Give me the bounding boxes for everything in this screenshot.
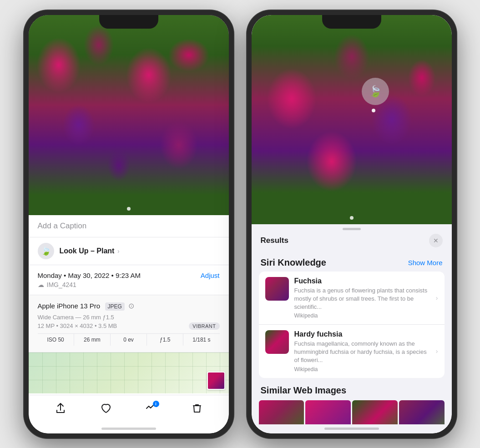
- exif-row: ISO 50 26 mm 0 ev ƒ1.5 1/181 s: [38, 333, 220, 346]
- similar-image-1[interactable]: [259, 400, 304, 424]
- meta-filename: ☁ IMG_4241: [38, 281, 220, 288]
- fuchsia-name: Fuchsia: [294, 277, 430, 285]
- favorite-button[interactable]: [100, 403, 112, 417]
- location-icon: ⊙: [128, 302, 134, 310]
- device-name: Apple iPhone 13 Pro: [38, 302, 101, 310]
- exif-ev: 0 ev: [111, 334, 147, 346]
- info-button[interactable]: i: [146, 403, 157, 417]
- mp-text: 12 MP • 3024 × 4032 • 3.5 MB: [38, 322, 117, 329]
- home-indicator-2: [252, 424, 452, 433]
- mute-button-2[interactable]: [247, 74, 248, 90]
- similar-image-3[interactable]: [352, 400, 398, 424]
- mp-row: 12 MP • 3024 × 4032 • 3.5 MB VIBRANT: [38, 322, 220, 330]
- phone-1-screen: Add a Caption 🍃 Look Up – Plant ›: [29, 15, 229, 433]
- chevron-right-icon: ›: [117, 247, 120, 255]
- hardy-fuchsia-text: Hardy fuchsia Fuchsia magellanica, commo…: [294, 330, 430, 372]
- flower-image-2: [252, 15, 452, 224]
- lookup-label: Look Up –: [60, 247, 95, 255]
- hardy-fuchsia-name: Hardy fuchsia: [294, 330, 430, 338]
- home-bar: [101, 428, 156, 430]
- lens-info: Wide Camera — 26 mm ƒ1.5: [38, 314, 220, 321]
- siri-knowledge-header: Siri Knowledge Show More: [252, 253, 452, 272]
- siri-knowledge-title: Siri Knowledge: [261, 257, 326, 268]
- hardy-fuchsia-source: Wikipedia: [294, 366, 430, 372]
- home-indicator: [29, 424, 229, 433]
- meta-section: Monday • May 30, 2022 • 9:23 AM Adjust ☁…: [29, 265, 229, 295]
- meta-row: Monday • May 30, 2022 • 9:23 AM Adjust: [38, 272, 220, 279]
- flower-image: [29, 15, 229, 215]
- map-area[interactable]: [29, 352, 229, 393]
- hardy-fuchsia-description: Fuchsia magellanica, commonly known as t…: [294, 340, 430, 365]
- results-panel: Results ✕ Siri Knowledge Show More: [252, 224, 452, 424]
- photo-date: Monday • May 30, 2022 • 9:23 AM: [38, 272, 141, 279]
- volume-up-button[interactable]: [24, 97, 25, 126]
- fuchsia-source: Wikipedia: [294, 312, 430, 319]
- format-badge: JPEG: [105, 302, 125, 311]
- lookup-text: Look Up – Plant ›: [60, 247, 120, 255]
- photo-2-display: 🍃: [252, 15, 452, 224]
- exif-iso: ISO 50: [38, 334, 74, 346]
- caption-placeholder[interactable]: Add a Caption: [38, 221, 87, 230]
- adjust-button[interactable]: Adjust: [201, 272, 220, 279]
- device-section: Apple iPhone 13 Pro JPEG ⊙ Wide Camera —…: [29, 295, 229, 352]
- info-section: Add a Caption 🍃 Look Up – Plant ›: [29, 215, 229, 395]
- results-handle: [252, 224, 452, 230]
- phone-1: Add a Caption 🍃 Look Up – Plant ›: [24, 10, 233, 438]
- info-badge: i: [153, 401, 159, 407]
- fuchsia-text: Fuchsia Fuchsia is a genus of flowering …: [294, 277, 430, 319]
- knowledge-card: Fuchsia Fuchsia is a genus of flowering …: [259, 272, 445, 378]
- volume-down-button[interactable]: [24, 133, 25, 163]
- main-container: Add a Caption 🍃 Look Up – Plant ›: [24, 10, 456, 438]
- phone-2: 🍃 Results ✕ Siri Knowledge: [247, 10, 456, 438]
- hardy-fuchsia-chevron-icon: ›: [436, 347, 438, 355]
- hardy-fuchsia-thumbnail: [265, 330, 289, 354]
- device-name-row: Apple iPhone 13 Pro JPEG ⊙: [38, 302, 135, 310]
- share-button[interactable]: [55, 403, 66, 417]
- mute-button[interactable]: [24, 74, 25, 90]
- map-grid: [29, 352, 229, 393]
- lookup-row[interactable]: 🍃 Look Up – Plant ›: [29, 237, 229, 265]
- map-thumbnail: [207, 372, 225, 390]
- photo-display[interactable]: [29, 15, 229, 215]
- device-header: Apple iPhone 13 Pro JPEG ⊙: [38, 302, 220, 310]
- results-header: Results ✕: [252, 230, 452, 253]
- page-indicator: [127, 207, 131, 211]
- similar-section: Similar Web Images: [252, 380, 452, 424]
- hardy-thumb-image: [265, 330, 289, 354]
- similar-images-row: [252, 400, 452, 424]
- fuchsia-chevron-icon: ›: [436, 294, 438, 302]
- visual-lookup-circle[interactable]: 🍃: [362, 78, 389, 105]
- exif-shutter: 1/181 s: [183, 334, 219, 346]
- fuchsia-thumb-image: [265, 277, 289, 301]
- similar-title: Similar Web Images: [252, 385, 452, 400]
- lookup-subject: Plant: [96, 247, 114, 255]
- home-bar-2: [324, 428, 379, 430]
- results-title: Results: [261, 236, 288, 245]
- lookup-dot: [372, 109, 375, 112]
- volume-down-button-2[interactable]: [247, 133, 248, 163]
- show-more-button[interactable]: Show More: [408, 259, 443, 267]
- notch-2: [322, 15, 381, 29]
- phone-2-screen: 🍃 Results ✕ Siri Knowledge: [252, 15, 452, 433]
- notch: [99, 15, 158, 29]
- similar-image-4[interactable]: [399, 400, 445, 424]
- power-button-2[interactable]: [456, 101, 456, 142]
- phone-1-content: Add a Caption 🍃 Look Up – Plant ›: [29, 15, 229, 433]
- knowledge-item-hardy-fuchsia[interactable]: Hardy fuchsia Fuchsia magellanica, commo…: [259, 325, 445, 378]
- cloud-icon: ☁: [38, 281, 44, 288]
- knowledge-item-fuchsia[interactable]: Fuchsia Fuchsia is a genus of flowering …: [259, 272, 445, 325]
- drag-handle: [343, 228, 361, 230]
- lookup-icon: 🍃: [38, 243, 54, 259]
- power-button[interactable]: [233, 101, 233, 142]
- close-button[interactable]: ✕: [429, 234, 443, 247]
- page-indicator-2: [350, 216, 354, 220]
- delete-button[interactable]: [191, 403, 203, 417]
- style-badge: VIBRANT: [189, 322, 219, 330]
- caption-area[interactable]: Add a Caption: [29, 215, 229, 237]
- phone-2-content: 🍃 Results ✕ Siri Knowledge: [252, 15, 452, 433]
- exif-focal: 26 mm: [74, 334, 111, 346]
- filename-text: IMG_4241: [47, 281, 76, 288]
- volume-up-button-2[interactable]: [247, 97, 248, 126]
- similar-image-2[interactable]: [305, 400, 351, 424]
- fuchsia-description: Fuchsia is a genus of flowering plants t…: [294, 287, 430, 312]
